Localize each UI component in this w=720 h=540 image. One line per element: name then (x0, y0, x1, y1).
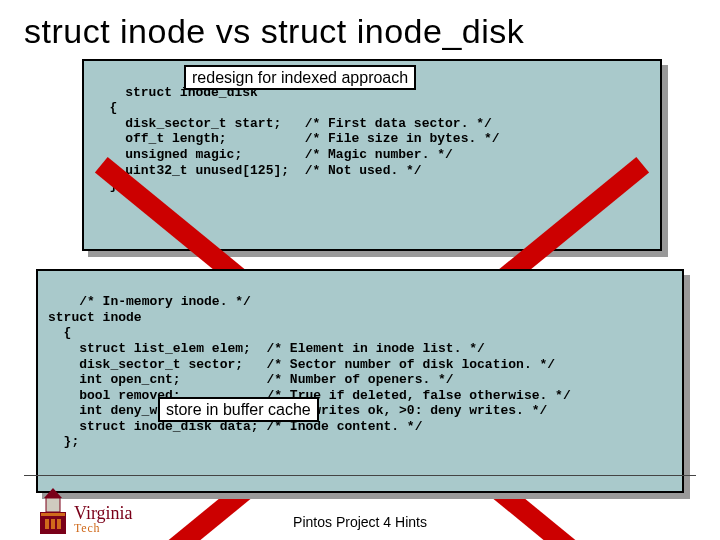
slide-title: struct inode vs struct inode_disk (24, 12, 696, 51)
svg-marker-7 (46, 498, 60, 512)
slide: struct inode vs struct inode_disk struct… (0, 0, 720, 540)
code-box-inode-mem: /* In-memory inode. */ struct inode { st… (36, 269, 684, 494)
code-inode-mem: /* In-memory inode. */ struct inode { st… (48, 294, 571, 449)
svg-marker-8 (44, 488, 62, 498)
callout-buffer-cache: store in buffer cache (158, 397, 319, 422)
footer-text: Pintos Project 4 Hints (0, 514, 720, 530)
code-box-inode-disk: struct inode_disk { disk_sector_t start;… (82, 59, 662, 251)
code-inode-disk: struct inode_disk { disk_sector_t start;… (94, 85, 500, 194)
footer-rule (24, 475, 696, 476)
callout-redesign: redesign for indexed approach (184, 65, 416, 90)
